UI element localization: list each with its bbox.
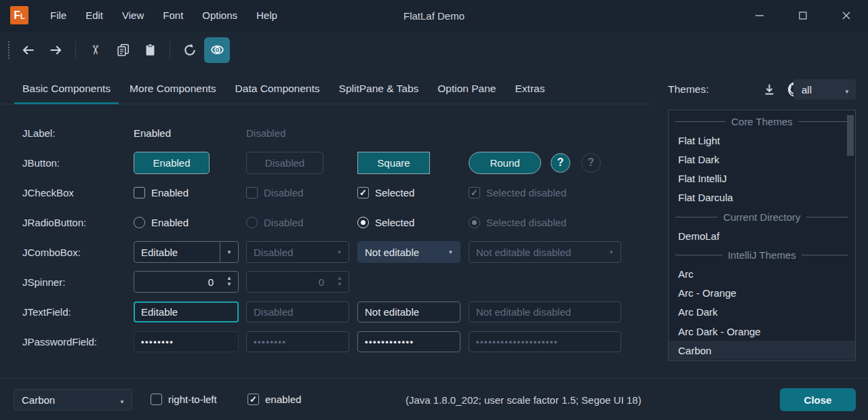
menu-options[interactable]: Options — [193, 0, 247, 31]
jpasswordfield-row: JPasswordField: •••••••• •••••••• ••••••… — [22, 327, 653, 356]
round-button[interactable]: Round — [469, 152, 541, 174]
theme-group-separator: IntelliJ Themes — [669, 245, 855, 264]
basic-components-panel: JLabel: Enabled Disabled JButton: Enable… — [22, 118, 653, 356]
textfield-not-editable-disabled: Not editable disabled — [469, 301, 621, 322]
jpasswordfield-label: JPasswordField: — [22, 336, 134, 348]
jspinner-label: JSpinner: — [22, 276, 134, 288]
menu-edit[interactable]: Edit — [76, 0, 113, 31]
spinner-buttons[interactable] — [220, 276, 238, 288]
theme-item-carbon[interactable]: Carbon — [669, 341, 855, 360]
combobox-not-editable[interactable]: Not editable — [357, 241, 460, 263]
textfield-not-editable[interactable]: Not editable — [357, 301, 460, 322]
minimize-icon — [755, 11, 764, 20]
square-button[interactable]: Square — [357, 152, 430, 174]
tab-splitpane-tabs[interactable]: SplitPane & Tabs — [331, 73, 427, 104]
show-eye-toggle-button[interactable] — [204, 37, 230, 63]
minimize-button[interactable] — [738, 0, 781, 31]
spinner-down-icon — [226, 282, 232, 288]
radio-selected-circle — [469, 217, 480, 228]
download-icon — [763, 83, 776, 96]
back-button[interactable] — [16, 37, 41, 63]
window-title: FlatLaf Demo — [403, 0, 465, 31]
jtextfield-label: JTextField: — [22, 306, 134, 318]
theme-item-flat-light[interactable]: Flat Light — [669, 131, 855, 150]
passwordfield-not-editable-disabled: •••••••••••••••••••• — [469, 331, 621, 352]
refresh-button[interactable] — [177, 37, 203, 63]
tab-option-pane[interactable]: Option Pane — [429, 73, 504, 104]
radio-disabled: Disabled — [246, 217, 303, 228]
help-button[interactable]: ? — [551, 153, 570, 173]
scrollbar-thumb[interactable] — [847, 115, 854, 156]
forward-arrow-icon — [49, 43, 62, 57]
themes-filter-combobox[interactable]: all — [793, 79, 856, 100]
theme-item-flat-intellij[interactable]: Flat IntelliJ — [669, 169, 855, 188]
jlabel-label: JLabel: — [22, 127, 134, 139]
theme-item-arc-orange[interactable]: Arc - Orange — [669, 284, 855, 303]
tab-more-components[interactable]: More Components — [121, 73, 224, 104]
refresh-icon — [183, 43, 197, 57]
passwordfield-disabled: •••••••• — [246, 331, 349, 352]
theme-item-flat-darcula[interactable]: Flat Darcula — [669, 188, 855, 207]
download-themes-button[interactable] — [759, 79, 779, 100]
theme-item-arc-dark-orange[interactable]: Arc Dark - Orange — [669, 322, 855, 341]
copy-button[interactable] — [110, 37, 136, 63]
theme-item-arc-dark[interactable]: Arc Dark — [669, 303, 855, 322]
theme-group-separator: Current Directory — [669, 207, 855, 226]
themes-filter-value: all — [802, 84, 812, 96]
close-button[interactable]: Close — [780, 388, 856, 411]
jtextfield-row: JTextField: Editable Disabled Not editab… — [22, 297, 653, 327]
checkbox-box — [134, 187, 145, 198]
textfield-editable[interactable]: Editable — [134, 301, 239, 322]
spinner-enabled[interactable]: 0 — [134, 271, 239, 293]
textfield-disabled: Disabled — [246, 301, 349, 322]
chevron-down-icon — [441, 242, 460, 262]
titlebar: FL File Edit View Font Options Help Flat… — [0, 0, 868, 31]
theme-item-demolaf[interactable]: DemoLaf — [669, 226, 855, 245]
themes-list: Core Themes Flat Light Flat Dark Flat In… — [668, 110, 856, 361]
menu-file[interactable]: File — [41, 0, 76, 31]
label-enabled: Enabled — [134, 127, 171, 139]
passwordfield-not-editable[interactable]: •••••••••••• — [357, 331, 460, 352]
checkbox-disabled: Disabled — [246, 187, 303, 198]
tab-extras[interactable]: Extras — [507, 73, 553, 104]
menu-font[interactable]: Font — [153, 0, 193, 31]
app-logo-icon: FL — [10, 6, 28, 24]
tab-data-components[interactable]: Data Components — [227, 73, 328, 104]
theme-item-flat-dark[interactable]: Flat Dark — [669, 150, 855, 169]
close-window-button[interactable] — [825, 0, 868, 31]
enabled-button[interactable]: Enabled — [134, 152, 210, 174]
paste-button[interactable] — [137, 37, 163, 63]
jcombobox-row: JComboBox: Editable Disabled Not editabl… — [22, 237, 653, 267]
radio-selected[interactable]: Selected — [357, 217, 414, 228]
spinner-disabled: 0 — [246, 271, 349, 293]
jbutton-row: JButton: Enabled Disabled Square Round ?… — [22, 148, 653, 177]
passwordfield-editable[interactable]: •••••••• — [134, 331, 239, 352]
checkbox-selected[interactable]: Selected — [357, 187, 414, 198]
right-to-left-checkbox[interactable]: right-to-left — [151, 394, 217, 405]
theme-item-arc[interactable]: Arc — [669, 265, 855, 284]
toolbar-grip-handle[interactable] — [8, 41, 9, 59]
menu-help[interactable]: Help — [247, 0, 287, 31]
menubar: File Edit View Font Options Help — [41, 0, 287, 31]
themes-label: Themes: — [668, 83, 709, 96]
copy-icon — [117, 43, 130, 56]
lookandfeel-combobox[interactable]: Carbon — [14, 389, 132, 411]
maximize-button[interactable] — [781, 0, 825, 31]
radio-enabled[interactable]: Enabled — [134, 217, 189, 228]
chevron-down-icon — [602, 242, 620, 262]
combobox-editable[interactable]: Editable — [134, 241, 239, 263]
menu-view[interactable]: View — [113, 0, 153, 31]
forward-button[interactable] — [43, 37, 68, 63]
checkbox-enabled[interactable]: Enabled — [134, 187, 189, 198]
jradiobutton-label: JRadioButton: — [22, 217, 134, 228]
jcombobox-label: JComboBox: — [22, 247, 134, 258]
enabled-checkbox[interactable]: enabled — [248, 394, 301, 405]
jspinner-row: JSpinner: 0 0 — [22, 267, 653, 297]
spinner-buttons — [331, 276, 349, 288]
paste-icon — [144, 43, 157, 56]
toolbar-separator — [170, 41, 170, 59]
help-button-disabled: ? — [581, 153, 601, 173]
tab-basic-components[interactable]: Basic Components — [14, 73, 119, 104]
cut-button[interactable]: ✂ — [83, 37, 108, 63]
jcheckbox-label: JCheckBox — [22, 187, 134, 198]
